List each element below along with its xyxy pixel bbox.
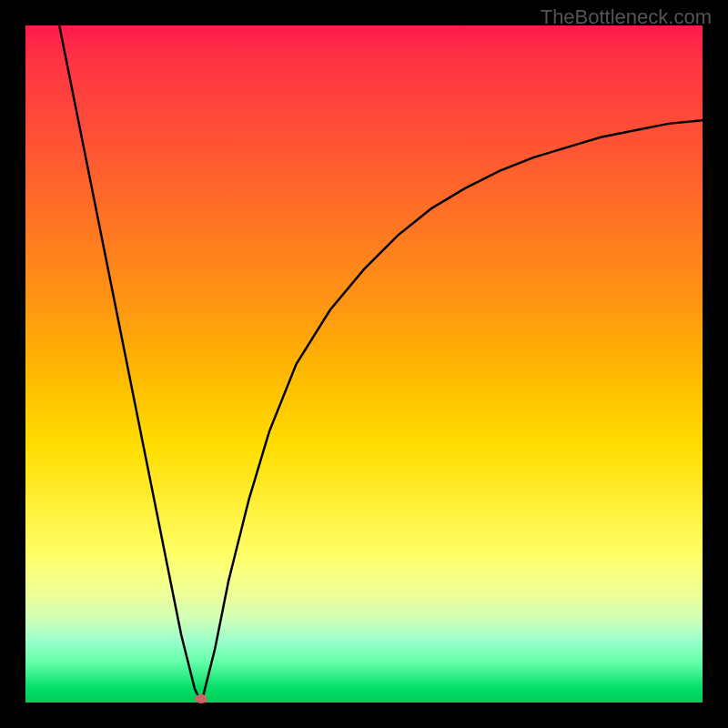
chart-minimum-marker xyxy=(195,694,207,703)
chart-plot-area xyxy=(25,25,703,703)
chart-curve xyxy=(25,25,703,703)
watermark-text: TheBottleneck.com xyxy=(541,5,712,29)
